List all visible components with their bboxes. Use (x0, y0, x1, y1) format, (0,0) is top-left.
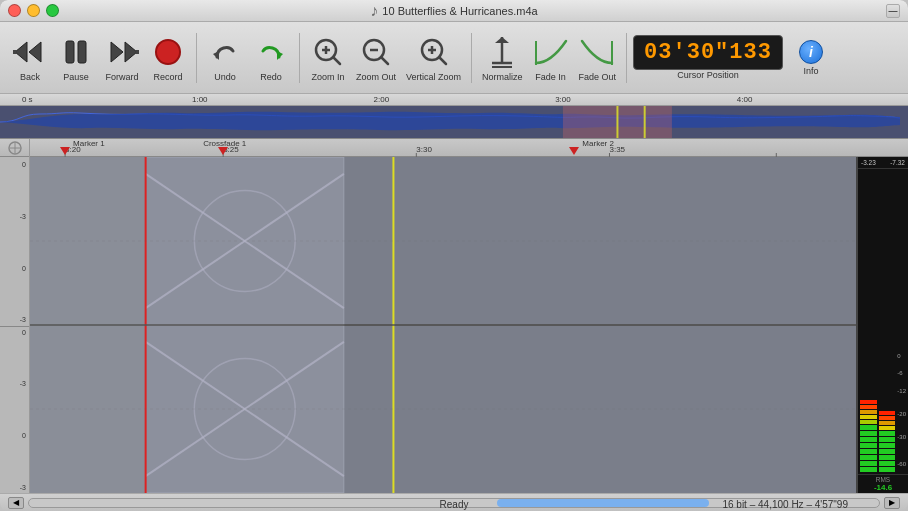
scroll-left-button[interactable]: ◀ (8, 497, 24, 509)
title-bar: ♪ 10 Butterflies & Hurricanes.m4a — (0, 0, 908, 22)
zoom-in-label: Zoom In (311, 72, 344, 82)
back-button[interactable]: Back (8, 32, 52, 84)
db-label-0c: 0 (22, 329, 26, 336)
fade-out-icon (579, 34, 615, 70)
vu-bar-right-green7 (879, 467, 896, 472)
overview-waveform (0, 106, 908, 139)
vu-bar-left-orange1 (860, 405, 877, 409)
undo-label: Undo (214, 72, 236, 82)
vu-bar-right-green5 (879, 455, 896, 460)
svg-line-21 (439, 57, 446, 64)
info-label: Info (803, 66, 818, 76)
svg-marker-1 (29, 42, 41, 62)
vu-meter: -3.23 -7.32 (856, 157, 908, 493)
vu-bar-left-green4 (860, 443, 877, 448)
vu-scale-n6: -6 (897, 370, 906, 379)
svg-text:3:30: 3:30 (416, 145, 432, 154)
file-info: 16 bit – 44,100 Hz – 4'57"99 (722, 499, 848, 510)
vu-bar-left-green1 (860, 425, 877, 430)
svg-marker-0 (15, 42, 27, 62)
separator-3 (471, 33, 472, 83)
vu-scale-n12: -12 (897, 388, 906, 397)
svg-marker-5 (111, 42, 123, 62)
vu-bar-right-green2 (879, 437, 896, 442)
svg-marker-10 (277, 51, 283, 60)
info-button[interactable]: i Info (795, 38, 827, 78)
normalize-button[interactable]: Normalize (478, 32, 527, 84)
zoom-out-icon (358, 34, 394, 70)
fade-in-button[interactable]: Fade In (529, 32, 573, 84)
svg-marker-24 (495, 37, 509, 43)
svg-marker-9 (213, 51, 219, 60)
ruler-corner (0, 139, 29, 157)
vu-scale-0: 0 (897, 352, 906, 361)
vu-bar-left-green7 (860, 461, 877, 466)
db-label-n3-4: -3 (20, 484, 26, 491)
pause-label: Pause (63, 72, 89, 82)
vu-peak-right: -7.32 (890, 159, 905, 166)
title-note-icon: ♪ (370, 2, 378, 20)
collapse-button[interactable]: — (886, 4, 900, 18)
overview-tick-0: 0 s (22, 95, 33, 104)
waveform-tracks[interactable] (30, 157, 856, 493)
time-display: 03'30"133 (633, 35, 783, 70)
svg-line-14 (333, 57, 340, 64)
zoom-out-button[interactable]: Zoom Out (352, 32, 400, 84)
back-label: Back (20, 72, 40, 82)
tracks-body-row: -3.23 -7.32 (30, 157, 908, 493)
zoom-out-label: Zoom Out (356, 72, 396, 82)
vu-bar-right-green6 (879, 461, 896, 466)
overview-ruler: 0 s 1:00 2:00 3:00 4:00 (0, 94, 908, 106)
vu-bar-right-green4 (879, 449, 896, 454)
svg-rect-3 (66, 41, 74, 63)
pause-icon (58, 34, 94, 70)
db-label-0d: 0 (22, 432, 26, 439)
overview-section: 0 s 1:00 2:00 3:00 4:00 (0, 94, 908, 139)
vu-bar-left-green6 (860, 455, 877, 460)
cursor-position-label: Cursor Position (677, 70, 739, 80)
fade-out-button[interactable]: Fade Out (575, 32, 621, 84)
minimize-button[interactable] (27, 4, 40, 17)
undo-button[interactable]: Undo (203, 32, 247, 84)
vertical-zoom-label: Vertical Zoom (406, 72, 461, 82)
vu-scale-n30: -30 (897, 434, 906, 443)
main-editor: 0 -3 0 -3 0 -3 0 -3 3:20 3:25 3:30 3:35 (0, 139, 908, 493)
svg-rect-7 (136, 50, 139, 54)
forward-icon (104, 34, 140, 70)
vu-bar-right-red (879, 411, 896, 415)
status-text: Ready (440, 499, 469, 510)
marker-1-triangle (60, 147, 70, 155)
pause-button[interactable]: Pause (54, 32, 98, 84)
record-button[interactable]: Record (146, 32, 190, 84)
vertical-zoom-icon (416, 34, 452, 70)
overview-tick-4: 4:00 (737, 95, 753, 104)
zoom-in-button[interactable]: Zoom In (306, 32, 350, 84)
fade-in-label: Fade In (535, 72, 566, 82)
close-button[interactable] (8, 4, 21, 17)
scrollbar-thumb[interactable] (497, 499, 710, 507)
zoom-in-icon (310, 34, 346, 70)
record-icon (150, 34, 186, 70)
redo-icon (253, 34, 289, 70)
marker-2-label: Marker 2 (582, 139, 614, 148)
redo-button[interactable]: Redo (249, 32, 293, 84)
vu-bar-left-red (860, 400, 877, 404)
scroll-right-button[interactable]: ▶ (884, 497, 900, 509)
svg-line-17 (381, 57, 388, 64)
overview-tick-3: 3:00 (555, 95, 571, 104)
vertical-zoom-button[interactable]: Vertical Zoom (402, 32, 465, 84)
forward-button[interactable]: Forward (100, 32, 144, 84)
record-label: Record (153, 72, 182, 82)
forward-label: Forward (105, 72, 138, 82)
maximize-button[interactable] (46, 4, 59, 17)
overview-tick-1: 1:00 (192, 95, 208, 104)
svg-point-8 (156, 40, 180, 64)
normalize-label: Normalize (482, 72, 523, 82)
undo-icon (207, 34, 243, 70)
vu-bar-left-green2 (860, 431, 877, 436)
vu-scale-n20: -20 (897, 411, 906, 420)
svg-marker-6 (125, 42, 137, 62)
vu-bar-right-green3 (879, 443, 896, 448)
overview-tick-2: 2:00 (374, 95, 390, 104)
marker-ruler: 3:20 3:25 3:30 3:35 Marker 1 Crossfade 1 (30, 139, 908, 157)
